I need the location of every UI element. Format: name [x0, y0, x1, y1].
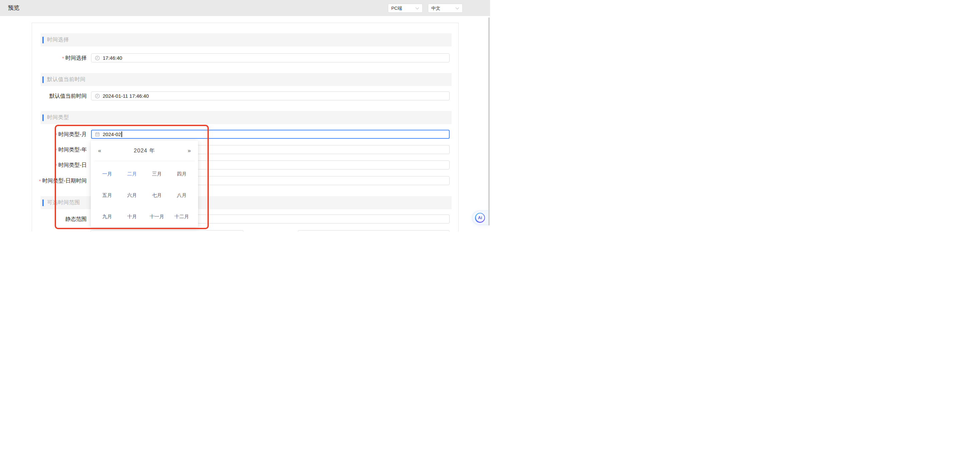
time-type-month-input[interactable]: 2024-02: [91, 130, 450, 139]
range-end-input[interactable]: [298, 230, 450, 231]
ai-icon: Ai: [475, 213, 485, 223]
language-select-value: 中文: [431, 5, 440, 11]
field-label: 时间类型-日: [58, 162, 87, 168]
time-select-input[interactable]: 17:46:40: [91, 53, 450, 62]
clock-icon: [95, 94, 100, 99]
month-cell-mar[interactable]: 三月: [145, 163, 169, 185]
text-cursor: [121, 131, 122, 137]
field-row-time-type-month: *时间类型-月 2024-02: [0, 130, 490, 139]
next-year-button[interactable]: »: [188, 148, 191, 153]
section-accent-bar: [42, 199, 44, 206]
month-cell-may[interactable]: 五月: [95, 185, 120, 206]
section-accent-bar: [42, 37, 44, 43]
time-select-value: 17:46:40: [103, 55, 122, 61]
month-cell-jan[interactable]: 一月: [95, 163, 120, 185]
section-accent-bar: [42, 115, 44, 121]
field-row-time-select: *时间选择 17:46:40: [0, 53, 490, 62]
field-row-time-type-datetime: *时间类型-日期时间: [0, 176, 490, 185]
vertical-scrollbar-thumb[interactable]: [488, 18, 490, 226]
default-current-time-input[interactable]: 2024-01-11 17:46:40: [91, 91, 450, 100]
time-type-month-value: 2024-02: [103, 131, 121, 137]
default-current-time-value: 2024-01-11 17:46:40: [103, 93, 149, 99]
field-row-default-current: 默认值当前时间 2024-01-11 17:46:40: [0, 91, 490, 100]
field-label: 时间类型-年: [58, 147, 87, 153]
month-cell-oct[interactable]: 十月: [120, 206, 145, 227]
month-cell-sep[interactable]: 九月: [95, 206, 120, 227]
topbar: 预览 PC端 中文: [0, 0, 490, 16]
section-accent-bar: [42, 76, 44, 83]
page-title: 预览: [8, 0, 19, 16]
required-marker: *: [55, 132, 57, 137]
section-time-type: 时间类型: [41, 111, 452, 124]
month-cell-jul[interactable]: 七月: [145, 185, 169, 206]
required-marker: *: [55, 147, 57, 153]
field-label: 时间类型-月: [58, 131, 87, 137]
field-label: 时间类型-日期时间: [42, 178, 87, 183]
required-marker: *: [62, 56, 64, 61]
language-select[interactable]: 中文: [428, 4, 463, 13]
year-label: 2024 年: [101, 147, 188, 154]
month-cell-dec[interactable]: 十二月: [169, 206, 194, 227]
section-title: 时间类型: [47, 114, 69, 121]
preview-screen: 预览 PC端 中文 时间选择 *时间选择 17:46:40: [0, 0, 490, 231]
range-start-input[interactable]: [91, 230, 243, 231]
field-label: 时间选择: [65, 55, 87, 61]
prev-year-button[interactable]: «: [98, 148, 101, 153]
chevron-down-icon: [415, 7, 419, 10]
section-title: 时间选择: [47, 37, 69, 43]
required-marker: *: [39, 178, 41, 184]
calendar-icon: [95, 132, 100, 137]
clock-icon: [95, 56, 100, 61]
month-picker-panel: « 2024 年 » 一月 二月 三月 四月 五月 六月 七月 八月 九月 十月…: [91, 140, 198, 227]
month-cell-aug[interactable]: 八月: [169, 185, 194, 206]
section-default-current: 默认值当前时间: [41, 73, 452, 86]
field-row-time-type-year: *时间类型-年: [0, 145, 490, 154]
month-grid: 一月 二月 三月 四月 五月 六月 七月 八月 九月 十月 十一月 十二月: [91, 161, 198, 227]
field-row-time-type-day: *时间类型-日: [0, 161, 490, 169]
section-time-select: 时间选择: [41, 33, 452, 46]
section-title: 可选时间范围: [47, 199, 80, 206]
section-title: 默认值当前时间: [47, 76, 86, 83]
ai-assistant-button[interactable]: Ai: [472, 210, 490, 225]
month-cell-jun[interactable]: 六月: [120, 185, 145, 206]
month-cell-nov[interactable]: 十一月: [145, 206, 169, 227]
field-label: 默认值当前时间: [49, 93, 87, 99]
chevron-down-icon: [455, 7, 459, 10]
field-label: 静态范围: [65, 216, 87, 222]
month-picker-header: « 2024 年 »: [91, 140, 198, 161]
device-select[interactable]: PC端: [388, 4, 423, 13]
required-marker: *: [55, 162, 57, 168]
field-row-static-range: 静态范围: [0, 215, 490, 223]
month-cell-feb[interactable]: 二月: [120, 163, 145, 185]
device-select-value: PC端: [391, 5, 402, 11]
month-cell-apr[interactable]: 四月: [169, 163, 194, 185]
